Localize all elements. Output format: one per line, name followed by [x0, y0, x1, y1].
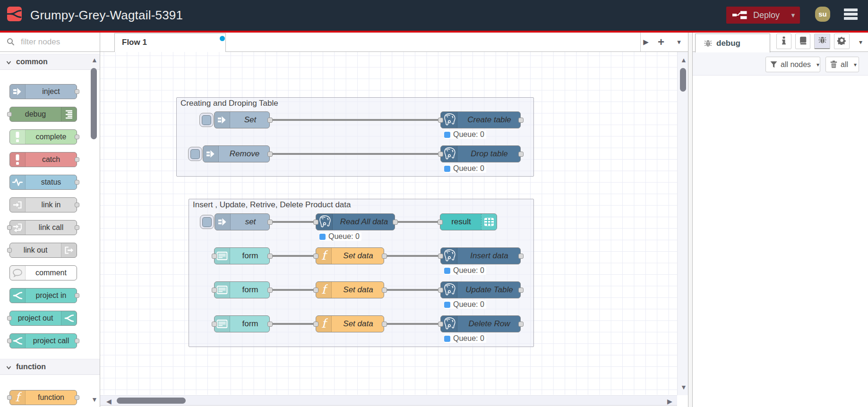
- wire[interactable]: [384, 323, 440, 325]
- flow-node-set[interactable]: set: [215, 213, 270, 230]
- node-input-port[interactable]: [438, 220, 443, 225]
- scroll-left-icon[interactable]: ◀: [106, 398, 112, 405]
- flow-node-Insert-data[interactable]: Insert data: [440, 247, 521, 264]
- node-input-port[interactable]: [438, 254, 443, 259]
- palette-node-comment[interactable]: comment: [9, 265, 77, 280]
- horizontal-scrollbar-thumb[interactable]: [117, 398, 186, 404]
- node-output-port[interactable]: [267, 288, 273, 293]
- user-avatar[interactable]: su: [815, 7, 830, 22]
- node-output-port[interactable]: [267, 220, 273, 225]
- node-input-port[interactable]: [313, 288, 318, 293]
- scroll-up-icon[interactable]: ▲: [680, 57, 687, 63]
- palette-node-complete[interactable]: complete: [9, 129, 77, 144]
- node-input-port[interactable]: [212, 254, 217, 259]
- palette-node-project-in[interactable]: project in: [9, 288, 77, 303]
- palette-category-function[interactable]: function: [0, 359, 100, 375]
- node-input-port[interactable]: [438, 288, 443, 293]
- scroll-right-icon[interactable]: ▶: [667, 398, 672, 405]
- node-output-port[interactable]: [518, 322, 524, 327]
- palette-scroll-down-icon[interactable]: ▼: [91, 396, 98, 403]
- flow-node-Set-data[interactable]: fSet data: [316, 247, 384, 264]
- flow-node-form[interactable]: form: [214, 281, 270, 298]
- flow-canvas[interactable]: Creating and Droping TableInsert , Updat…: [100, 52, 677, 395]
- palette-scrollbar-thumb[interactable]: [91, 68, 97, 139]
- inject-button-face[interactable]: [202, 217, 212, 227]
- palette-node-project-out[interactable]: project out: [9, 311, 77, 326]
- inject-button-face[interactable]: [190, 149, 200, 159]
- flow-node-Set-data[interactable]: fSet data: [316, 281, 384, 298]
- main-menu-button[interactable]: [844, 8, 858, 22]
- app-logo-icon[interactable]: [7, 7, 22, 21]
- node-output-port[interactable]: [382, 322, 387, 327]
- flow-node-Delete-Row[interactable]: Delete Row: [440, 315, 521, 332]
- flow-node-Set-data[interactable]: fSet data: [316, 315, 384, 332]
- wire[interactable]: [384, 289, 440, 291]
- flow-node-result[interactable]: result: [440, 213, 497, 230]
- vertical-scrollbar-thumb[interactable]: [680, 68, 686, 92]
- sidebar-tab-debug[interactable]: debug: [695, 34, 770, 52]
- wire[interactable]: [395, 221, 440, 223]
- palette-node-link-in[interactable]: link in: [9, 197, 77, 212]
- node-input-port[interactable]: [313, 322, 318, 327]
- sidebar-config-button[interactable]: [834, 34, 850, 49]
- palette-node-debug[interactable]: debug: [9, 107, 77, 122]
- palette-category-common[interactable]: common: [0, 54, 100, 70]
- node-input-port[interactable]: [313, 220, 318, 225]
- add-flow-button[interactable]: +: [655, 33, 667, 51]
- palette-search[interactable]: filter nodes: [0, 33, 100, 52]
- flow-list-button[interactable]: ▾: [673, 33, 685, 51]
- node-input-port[interactable]: [438, 152, 443, 157]
- node-output-port[interactable]: [518, 288, 524, 293]
- palette-scroll-up-icon[interactable]: ▲: [91, 57, 98, 63]
- node-output-port[interactable]: [518, 152, 524, 157]
- flow-node-Read-All-data[interactable]: Read All data: [316, 213, 395, 230]
- sidebar-menu-caret-icon[interactable]: ▾: [859, 38, 862, 46]
- sidebar-splitter[interactable]: [688, 33, 693, 407]
- palette-node-inject[interactable]: inject: [9, 84, 77, 99]
- wire[interactable]: [270, 323, 316, 325]
- wire[interactable]: [384, 255, 440, 257]
- flow-node-Update-Table[interactable]: Update Table: [440, 281, 521, 298]
- node-output-port[interactable]: [267, 322, 273, 327]
- palette-node-function[interactable]: ffunction: [9, 390, 77, 405]
- flow-node-Set[interactable]: Set: [214, 111, 270, 128]
- flow-node-form[interactable]: form: [214, 247, 270, 264]
- palette-node-status[interactable]: status: [9, 175, 77, 190]
- inject-button-face[interactable]: [202, 115, 211, 125]
- node-input-port[interactable]: [313, 254, 318, 259]
- palette-node-catch[interactable]: catch: [9, 152, 77, 167]
- node-output-port[interactable]: [267, 152, 273, 157]
- wire[interactable]: [270, 289, 316, 291]
- flow-node-Create-table[interactable]: Create table: [440, 111, 521, 128]
- node-output-port[interactable]: [267, 254, 273, 259]
- node-input-port[interactable]: [438, 118, 443, 123]
- debug-clear-button[interactable]: all ▾: [825, 57, 859, 72]
- node-output-port[interactable]: [382, 288, 387, 293]
- flow-node-form[interactable]: form: [214, 315, 270, 332]
- node-input-port[interactable]: [212, 288, 217, 293]
- node-output-port[interactable]: [518, 254, 524, 259]
- node-input-port[interactable]: [438, 322, 443, 327]
- sidebar-debug-button[interactable]: [814, 34, 830, 49]
- node-output-port[interactable]: [382, 254, 387, 259]
- deploy-button[interactable]: Deploy ▼: [726, 7, 800, 24]
- debug-messages-panel[interactable]: [693, 76, 868, 407]
- tab-scroll-right-icon[interactable]: ▶: [640, 33, 652, 51]
- wire[interactable]: [270, 255, 316, 257]
- node-output-port[interactable]: [518, 118, 524, 123]
- sidebar-info-button[interactable]: [776, 34, 791, 49]
- flow-node-Remove[interactable]: Remove: [203, 145, 270, 162]
- sidebar-help-button[interactable]: [795, 34, 810, 49]
- wire[interactable]: [270, 221, 316, 223]
- wire[interactable]: [270, 119, 440, 121]
- deploy-caret-icon[interactable]: ▼: [790, 12, 796, 19]
- node-output-port[interactable]: [393, 220, 398, 225]
- node-input-port[interactable]: [212, 322, 217, 327]
- palette-node-link-out[interactable]: link out: [9, 243, 77, 258]
- scroll-down-icon[interactable]: ▼: [680, 384, 687, 390]
- palette-node-link-call[interactable]: link call: [9, 220, 77, 235]
- debug-filter-button[interactable]: all nodes ▾: [765, 57, 820, 72]
- palette-node-project-call[interactable]: project call: [9, 333, 77, 348]
- flow-node-Drop-table[interactable]: Drop table: [440, 145, 521, 162]
- flow-tab[interactable]: Flow 1: [114, 33, 226, 52]
